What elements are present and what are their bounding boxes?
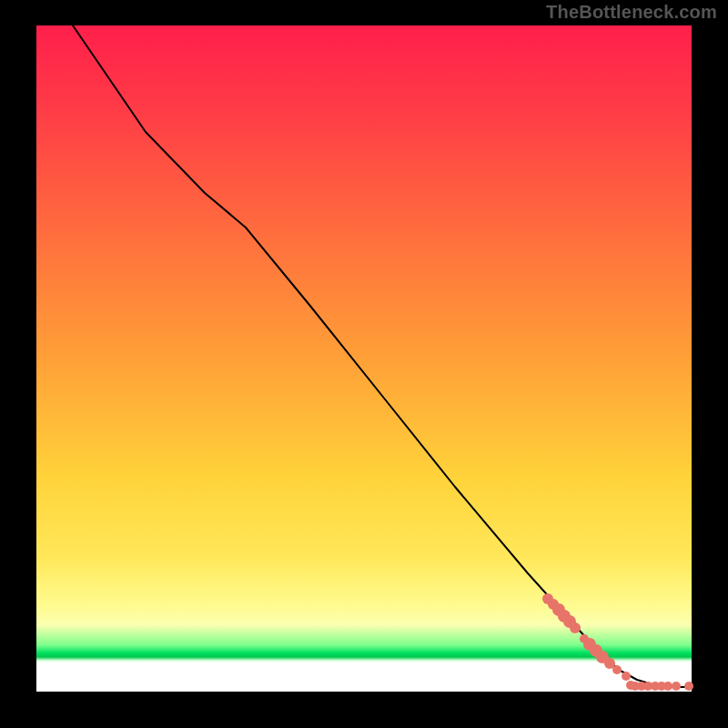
data-point: [622, 672, 631, 681]
data-point: [612, 665, 622, 674]
data-point: [570, 622, 581, 633]
chart-svg: [36, 25, 692, 692]
chart-frame: TheBottleneck.com: [0, 0, 728, 728]
trend-line: [73, 25, 692, 687]
data-point: [684, 682, 693, 691]
plot-area: [36, 25, 692, 692]
attribution-label: TheBottleneck.com: [546, 2, 717, 23]
data-point: [672, 682, 681, 691]
data-point: [663, 682, 672, 691]
data-points: [542, 593, 693, 691]
